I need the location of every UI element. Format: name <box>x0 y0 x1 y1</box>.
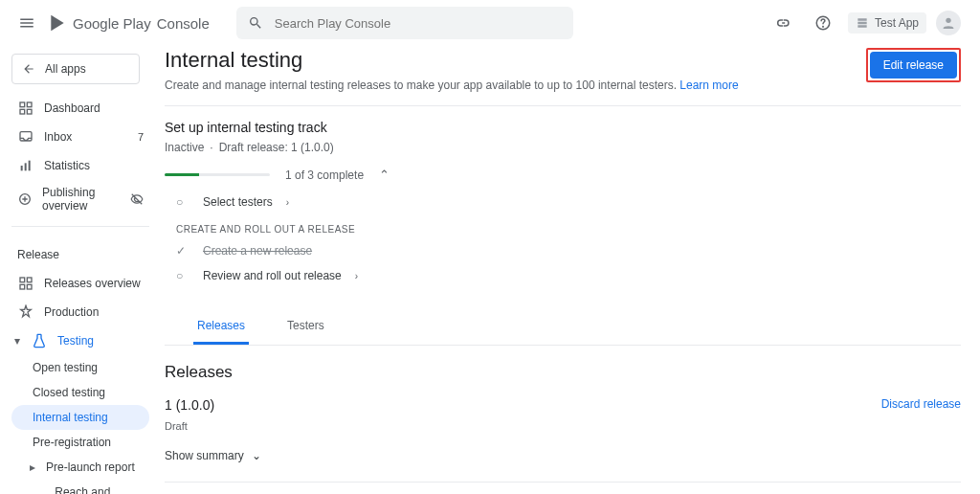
sidebar-item-dashboard[interactable]: Dashboard <box>11 94 149 123</box>
inbox-badge: 7 <box>138 131 144 143</box>
sidebar-label: Inbox <box>44 130 72 144</box>
track-draft: Draft release: 1 (1.0.0) <box>219 141 334 154</box>
link-icon[interactable] <box>768 8 798 38</box>
sidebar-label: Closed testing <box>33 386 105 399</box>
tab-releases[interactable]: Releases <box>193 309 249 345</box>
help-icon[interactable] <box>808 8 838 38</box>
dashboard-icon <box>17 100 34 117</box>
step-select-testers[interactable]: ○ Select testers › <box>176 190 961 214</box>
publish-icon <box>17 191 33 208</box>
back-all-apps[interactable]: All apps <box>11 54 140 84</box>
sidebar-item-prelaunch[interactable]: ▸ Pre-launch report <box>11 455 149 480</box>
step-review-rollout[interactable]: ○ Review and roll out release › <box>176 263 961 288</box>
user-icon <box>941 15 956 31</box>
sidebar-label: Pre-launch report <box>46 460 135 474</box>
bullet-icon: ○ <box>176 269 189 282</box>
learn-more-link[interactable]: Learn more <box>679 79 738 92</box>
testing-icon <box>31 332 48 349</box>
search-icon <box>248 15 263 31</box>
brand-text-2: Console <box>157 15 210 32</box>
sidebar-label: Open testing <box>33 361 98 374</box>
main-content: Internal testing Create and manage inter… <box>161 46 980 494</box>
svg-rect-16 <box>27 284 32 289</box>
app-name: Test App <box>875 16 919 30</box>
discard-release-link[interactable]: Discard release <box>881 397 961 411</box>
sidebar-label: Publishing overview <box>42 186 121 213</box>
check-icon: ✓ <box>176 244 189 258</box>
production-icon <box>17 303 34 321</box>
avatar[interactable] <box>936 11 961 35</box>
sidebar-item-open-testing[interactable]: Open testing <box>11 355 149 380</box>
svg-rect-15 <box>20 284 25 289</box>
sidebar-label: Statistics <box>44 159 90 172</box>
chevron-down-icon: ⌄ <box>252 449 261 462</box>
svg-rect-5 <box>27 102 32 107</box>
track-status: Inactive <box>165 141 204 154</box>
page-desc: Create and manage internal testing relea… <box>165 79 677 92</box>
tab-testers[interactable]: Testers <box>283 309 328 345</box>
sidebar-label: Pre-registration <box>33 436 111 449</box>
edit-release-button[interactable]: Edit release <box>870 52 957 79</box>
bullet-icon: ○ <box>176 195 189 209</box>
step-label: Review and roll out release <box>203 269 342 282</box>
sidebar-item-internal-testing[interactable]: Internal testing <box>11 405 149 430</box>
app-selector[interactable]: Test App <box>848 12 926 34</box>
sidebar-item-testing[interactable]: ▾ Testing <box>11 326 149 355</box>
show-summary-label: Show summary <box>165 449 244 462</box>
step-subheader: CREATE AND ROLL OUT A RELEASE <box>176 224 961 235</box>
sidebar-item-statistics[interactable]: Statistics <box>11 151 149 180</box>
brand[interactable]: Google Play Console <box>48 13 210 33</box>
svg-rect-9 <box>21 166 23 170</box>
sidebar: All apps Dashboard Inbox 7 Statistics Pu… <box>0 46 161 494</box>
release-status: Draft <box>165 420 961 432</box>
progress-bar <box>165 173 270 176</box>
sidebar-item-releases-overview[interactable]: Releases overview <box>11 269 149 298</box>
sidebar-label: Releases overview <box>44 277 141 290</box>
svg-point-2 <box>823 26 824 27</box>
sidebar-label: Testing <box>57 334 94 348</box>
sidebar-label: Reach and devices <box>55 485 144 494</box>
page-title: Internal testing <box>165 48 739 73</box>
svg-rect-8 <box>20 132 32 141</box>
search-input[interactable] <box>275 16 562 31</box>
svg-rect-11 <box>29 161 31 171</box>
overview-icon <box>17 275 34 292</box>
release-name: 1 (1.0.0) <box>165 397 214 413</box>
svg-rect-10 <box>25 163 27 170</box>
arrow-left-icon <box>22 62 35 76</box>
tabs: Releases Testers <box>165 309 961 346</box>
sidebar-item-reach[interactable]: ▸ Reach and devices <box>11 480 149 494</box>
sidebar-item-closed-testing[interactable]: Closed testing <box>11 380 149 405</box>
track-header: Set up internal testing track <box>165 120 961 135</box>
app-icon <box>856 16 869 30</box>
sidebar-label: Production <box>44 305 99 319</box>
chevron-right-icon: › <box>355 271 358 281</box>
caret-down-icon: ▾ <box>11 334 23 348</box>
show-summary-toggle[interactable]: Show summary ⌄ <box>165 449 961 462</box>
menu-icon[interactable] <box>8 4 46 42</box>
top-bar: Google Play Console Test App <box>0 0 980 46</box>
svg-marker-0 <box>51 15 63 32</box>
sidebar-label: Internal testing <box>33 411 108 424</box>
svg-rect-14 <box>27 278 32 282</box>
sidebar-item-inbox[interactable]: Inbox 7 <box>11 123 149 151</box>
svg-point-3 <box>946 18 950 23</box>
step-label: Create a new release <box>203 244 312 258</box>
releases-header: Releases <box>165 363 961 382</box>
sidebar-item-production[interactable]: Production <box>11 298 149 326</box>
sidebar-item-publishing[interactable]: Publishing overview <box>11 180 149 218</box>
sidebar-label: Dashboard <box>44 101 100 115</box>
search-box[interactable] <box>236 7 573 39</box>
inbox-icon <box>17 128 34 146</box>
svg-rect-7 <box>27 109 32 114</box>
svg-rect-4 <box>20 102 25 107</box>
back-label: All apps <box>45 62 86 76</box>
play-logo-icon <box>48 13 67 33</box>
sidebar-item-pre-registration[interactable]: Pre-registration <box>11 430 149 455</box>
step-label: Select testers <box>203 195 273 209</box>
section-release: Release <box>11 235 149 269</box>
brand-text: Google Play <box>73 15 151 32</box>
devices-icon <box>30 490 45 494</box>
collapse-icon[interactable]: ⌃ <box>379 168 390 182</box>
step-create-release[interactable]: ✓ Create a new release <box>176 238 961 263</box>
